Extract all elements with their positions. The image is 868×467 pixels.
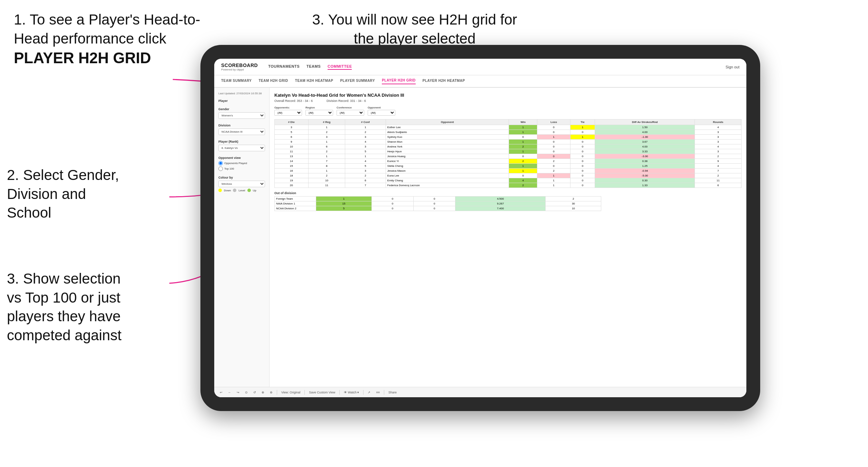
filter-conference-select[interactable]: (All) — [337, 110, 364, 116]
bottom-toolbar: ↩ ← ↪ ⊙ ↺ ⊕ ⊛ View: Original Save Custom… — [214, 387, 746, 397]
cell-tie: 0 — [570, 159, 595, 164]
filter-conference: Conference (All) — [337, 106, 364, 116]
ood-win: 15 — [316, 201, 372, 206]
ood-loss: 0 — [372, 197, 414, 201]
cell-diff: 1.25 — [595, 164, 695, 169]
filter-row: Opponents: (All) Region (All) — [274, 106, 742, 116]
overall-record: Overall Record: 353 - 34 - 6 — [274, 99, 313, 103]
dot-up — [247, 189, 251, 192]
filter-opponent-select[interactable]: (All) — [368, 110, 395, 116]
cell-rounds: 6 — [695, 183, 742, 188]
filter-opponents-label: Opponents: — [274, 106, 302, 109]
cell-div: 19 — [275, 178, 309, 183]
player-label: Player — [218, 99, 265, 103]
dot-level — [233, 189, 236, 192]
cell-reg: 1 — [308, 125, 345, 130]
cell-loss: 0 — [537, 154, 570, 159]
cell-tie: 1 — [570, 125, 595, 130]
toolbar-refresh[interactable]: ↺ — [252, 390, 257, 395]
nav-links: TOURNAMENTS TEAMS COMMITTEE — [268, 64, 726, 70]
toolbar-grid[interactable]: ≡≡ — [375, 390, 381, 395]
table-row-9: 16 1 3 Jessica Mason 1 2 0 -0.94 7 — [275, 169, 742, 173]
cell-opponent: Stella Cheng — [386, 164, 509, 169]
nav-tournaments[interactable]: TOURNAMENTS — [268, 64, 300, 70]
cell-opponent: Sydney Kuo — [386, 135, 509, 140]
step2-text: 2. Select Gender,Division andSchool — [7, 166, 200, 222]
player-rank-select[interactable]: 8. Katelyn Vo — [218, 145, 265, 151]
opponent-view-section: Opponent view Opponents Played Top 100 — [218, 156, 265, 171]
cell-diff: -5.00 — [595, 173, 695, 178]
cell-div: 20 — [275, 183, 309, 188]
cell-loss: 1 — [537, 178, 570, 183]
gender-select[interactable]: Women's — [218, 112, 265, 119]
secondary-nav: TEAM SUMMARY TEAM H2H GRID TEAM H2H HEAT… — [214, 75, 746, 88]
cell-diff: 1.33 — [595, 183, 695, 188]
cell-tie: 0 — [570, 169, 595, 173]
top100-option[interactable]: Top 100 — [218, 166, 265, 171]
nav-player-h2h-heatmap[interactable]: PLAYER H2H HEATMAP — [423, 79, 465, 84]
nav-player-summary[interactable]: PLAYER SUMMARY — [340, 79, 375, 84]
toolbar-add[interactable]: ⊕ — [260, 390, 266, 395]
cell-rounds: 11 — [695, 178, 742, 183]
player-rank-section: Player (Rank) 8. Katelyn Vo — [218, 140, 265, 151]
filter-opponents-select[interactable]: (All) — [274, 110, 302, 116]
table-row-12: 20 11 7 Federica Domecq Lacroze 2 1 0 1.… — [275, 183, 742, 188]
table-row-0: 3 1 1 Esther Lee 1 0 1 1.50 4 — [275, 125, 742, 130]
out-of-division-table: Foreign Team 1 0 0 4.500 2 NAIA Division… — [274, 196, 601, 211]
nav-player-h2h-grid[interactable]: PLAYER H2H GRID — [382, 78, 416, 84]
opponent-radio-group: Opponents Played Top 100 — [218, 161, 265, 171]
cell-tie: 0 — [570, 183, 595, 188]
nav-sign-out[interactable]: Sign out — [726, 65, 739, 69]
col-div: # Div — [275, 120, 309, 125]
filter-region-select[interactable]: (All) — [305, 110, 333, 116]
dot-down-label: Down — [224, 189, 231, 192]
colour-select[interactable]: Win/loss — [218, 181, 265, 187]
ood-diff: 7.400 — [455, 206, 546, 211]
cell-diff: 0.30 — [595, 178, 695, 183]
toolbar-view-original[interactable]: View: Original — [280, 390, 302, 395]
table-row-3: 9 1 4 Sharon Mun 1 0 0 3.67 3 — [275, 140, 742, 144]
toolbar-undo[interactable]: ↩ — [218, 390, 224, 395]
toolbar-export[interactable]: ↗ — [366, 390, 372, 395]
cell-tie: 1 — [570, 135, 595, 140]
table-row-7: 14 7 4 Eunice Yi 2 2 0 0.38 9 — [275, 159, 742, 164]
toolbar-sep4 — [363, 390, 364, 395]
table-row-10: 18 2 2 Euna Lee 0 1 0 -5.00 2 — [275, 173, 742, 178]
ood-rounds: 2 — [546, 197, 601, 201]
division-select[interactable]: NCAA Division III — [218, 128, 265, 135]
nav-team-h2h-heatmap[interactable]: TEAM H2H HEATMAP — [295, 79, 333, 84]
out-of-division-label: Out of division — [274, 191, 742, 195]
ood-rounds: 30 — [546, 201, 601, 206]
cell-opponent: Eunice Yi — [386, 159, 509, 164]
nav-teams[interactable]: TEAMS — [306, 64, 321, 70]
opponents-played-option[interactable]: Opponents Played — [218, 161, 265, 165]
toolbar-settings[interactable]: ⊛ — [268, 390, 274, 395]
table-row-6: 13 1 1 Jessica Huang 0 0 0 -3.00 2 — [275, 154, 742, 159]
col-reg: # Reg — [308, 120, 345, 125]
cell-tie: 0 — [570, 164, 595, 169]
toolbar-back[interactable]: ← — [227, 390, 233, 395]
cell-tie: 0 — [570, 173, 595, 178]
nav-committee[interactable]: COMMITTEE — [328, 64, 352, 70]
dot-level-label: Level — [238, 189, 245, 192]
cell-win: 1 — [509, 140, 537, 144]
toolbar-target[interactable]: ⊙ — [244, 390, 249, 395]
cell-loss: 2 — [537, 169, 570, 173]
cell-opponent: Emily Chang — [386, 178, 509, 183]
nav-team-summary[interactable]: TEAM SUMMARY — [221, 79, 252, 84]
toolbar-share[interactable]: Share — [387, 390, 398, 395]
ood-rounds: 10 — [546, 206, 601, 211]
cell-win: 0 — [509, 173, 537, 178]
filter-opponent-label: Opponent — [368, 106, 395, 109]
toolbar-watch[interactable]: 👁 Watch ▾ — [342, 390, 360, 395]
nav-team-h2h-grid[interactable]: TEAM H2H GRID — [258, 79, 288, 84]
toolbar-save-custom[interactable]: Save Custom View — [308, 390, 337, 395]
ood-win: 5 — [316, 206, 372, 211]
cell-rounds: 9 — [695, 159, 742, 164]
toolbar-sep1 — [277, 390, 277, 395]
toolbar-redo[interactable]: ↪ — [235, 390, 241, 395]
cell-loss: 1 — [537, 135, 570, 140]
cell-reg: 8 — [308, 164, 345, 169]
cell-win: 1 — [509, 169, 537, 173]
cell-conf: 5 — [345, 149, 386, 154]
